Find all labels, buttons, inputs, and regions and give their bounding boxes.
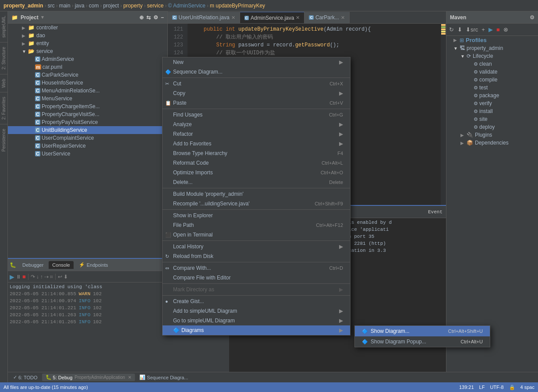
cm-compare-editor[interactable]: Compare File with Editor — [163, 273, 350, 283]
cursor-position[interactable]: 139:21 — [459, 385, 474, 390]
cm-show-explorer[interactable]: Show in Explorer — [163, 211, 350, 220]
cm-goto-uml[interactable]: Go to simpleUML Diagram ▶ — [163, 316, 350, 325]
run-cursor-btn[interactable]: ⇢ — [44, 274, 49, 280]
maven-download-sources-btn[interactable]: ⬇src — [465, 25, 479, 34]
tree-item-propertychargeitem[interactable]: C PropertyChargeItemSe... — [8, 102, 167, 110]
maven-lifecycle[interactable]: ▼ ⟳ Lifecycle — [446, 52, 538, 60]
tree-item-usercomplaint[interactable]: C UserComplaintService — [8, 134, 167, 142]
cm-copy[interactable]: Copy ▶ — [163, 88, 350, 98]
maven-lifecycle-clean[interactable]: ⚙ clean — [446, 60, 538, 68]
minimize-icon[interactable]: − — [161, 14, 164, 21]
tree-item-service[interactable]: ▼ 📂 service — [8, 47, 167, 55]
encoding[interactable]: UTF-8 — [490, 385, 503, 390]
cm-optimize-imports[interactable]: Optimize Imports Ctrl+Alt+O — [163, 168, 350, 177]
cm-delete[interactable]: Delete... Delete — [163, 177, 350, 187]
cm-cut[interactable]: ✂ Cut Ctrl+X — [163, 79, 350, 88]
tree-item-dao[interactable]: ▶ 📁 dao — [8, 32, 167, 39]
breadcrumb-item[interactable]: project — [103, 3, 119, 9]
cm-compare-with[interactable]: ⇔ Compare With... Ctrl+D — [163, 263, 350, 273]
cm-file-path[interactable]: File Path Ctrl+Alt+F12 — [163, 220, 350, 230]
tab-web[interactable]: Web — [0, 76, 7, 90]
breadcrumb-class[interactable]: © AdminService — [168, 3, 205, 9]
cm-open-terminal[interactable]: ⬛ Open in Terminal — [163, 230, 350, 240]
step-out-btn[interactable]: ↑ — [40, 274, 43, 280]
maven-profiles[interactable]: ▶ ⊞ Profiles — [446, 36, 538, 44]
cm-browse-hierarchy[interactable]: Browse Type Hierarchy F4 — [163, 148, 350, 158]
close-tab-adminservice[interactable]: ✕ — [296, 15, 300, 21]
tab-adminservice[interactable]: C AdminService.java ✕ — [240, 12, 305, 23]
maven-lifecycle-verify[interactable]: ⚙ verify — [446, 99, 538, 107]
maven-project-root[interactable]: ▼ 🏗 property_admin — [446, 44, 538, 52]
scroll-left-icon[interactable]: ⇆ — [146, 14, 151, 21]
cm-diagrams[interactable]: 🔷 Diagrams ▶ 🔷 Show Diagram... Ctrl+Alt+… — [163, 325, 350, 335]
cm-build-module[interactable]: Build Module 'property_admin' — [163, 189, 350, 199]
close-tab-carpark[interactable]: ✕ — [341, 15, 345, 21]
cm-paste[interactable]: 📋 Paste Ctrl+V — [163, 98, 350, 108]
tree-item-entity[interactable]: ▶ 📁 entity — [8, 39, 167, 47]
tree-item-menuservice[interactable]: C MenuService — [8, 95, 167, 102]
maven-refresh-btn[interactable]: ↻ — [448, 25, 455, 34]
maven-lifecycle-validate[interactable]: ⚙ validate — [446, 68, 538, 76]
maven-lifecycle-install[interactable]: ⚙ install — [446, 107, 538, 115]
tree-item-adminservice[interactable]: C AdminService — [8, 55, 167, 63]
locate-icon[interactable]: ⊕ — [139, 14, 144, 21]
debug-tab-console[interactable]: Console — [49, 261, 73, 269]
submenu-show-diagram[interactable]: 🔷 Show Diagram... Ctrl+Alt+Shift+U — [355, 326, 490, 336]
pause-btn[interactable]: ⏸ — [16, 274, 21, 280]
scroll-end-btn[interactable]: ⬇ — [64, 274, 68, 280]
maven-download-btn[interactable]: ⬇ — [457, 25, 463, 34]
tab-carpark[interactable]: C CarPark... ✕ — [304, 12, 350, 23]
cm-add-favorites[interactable]: Add to Favorites ▶ — [163, 139, 350, 148]
line-separator[interactable]: LF — [479, 385, 485, 390]
evaluate-btn[interactable]: ⌗ — [50, 274, 53, 280]
maven-dependencies[interactable]: ▶ 📦 Dependencies — [446, 139, 538, 147]
maven-settings-icon[interactable]: ⚙ — [530, 14, 534, 21]
cm-sequence-diagram[interactable]: 🔷 Sequence Diagram... — [163, 67, 350, 77]
maven-plugins[interactable]: ▶ 🔌 Plugins — [446, 131, 538, 139]
tree-item-userservice[interactable]: C UserService — [8, 150, 167, 158]
indent-settings[interactable]: 4 spac — [520, 385, 534, 390]
tree-item-houseinfoservice[interactable]: C HouseInfoService — [8, 79, 167, 87]
tree-item-unitbuilding[interactable]: C UnitBuildingService — [8, 126, 167, 134]
tab-structure[interactable]: 2: Structure — [0, 44, 7, 72]
breadcrumb-item[interactable]: java — [75, 3, 85, 9]
cm-find-usages[interactable]: Find Usages Ctrl+G — [163, 110, 350, 120]
maven-lifecycle-package[interactable]: ⚙ package — [446, 92, 538, 99]
maven-run-btn[interactable]: ▶ — [488, 25, 494, 34]
tree-item-propertychargevisit[interactable]: C PropertyChargeVisitSe... — [8, 110, 167, 118]
cm-reformat[interactable]: Reformat Code Ctrl+Alt+L — [163, 158, 350, 168]
tree-item-carparkservice[interactable]: C CarParkService — [8, 71, 167, 79]
breadcrumb-item[interactable]: property_admin — [4, 3, 43, 9]
breadcrumb-item[interactable]: main — [59, 3, 71, 9]
stop-btn[interactable]: ■ — [22, 273, 26, 280]
maven-stop-btn[interactable]: ■ — [496, 25, 501, 34]
maven-lifecycle-site[interactable]: ⚙ site — [446, 115, 538, 123]
tab-favorites[interactable]: 2: Favorites — [0, 94, 7, 122]
cm-add-uml[interactable]: Add to simpleUML Diagram ▶ — [163, 306, 350, 316]
maven-lifecycle-test[interactable]: ⚙ test — [446, 84, 538, 92]
cm-new[interactable]: New ▶ — [163, 57, 350, 67]
tree-item-propertypayvisit[interactable]: C PropertyPayVisitService — [8, 118, 167, 126]
cm-local-history[interactable]: Local History ▶ — [163, 242, 350, 251]
breadcrumb-item[interactable]: property — [123, 3, 142, 9]
tree-item-menuadminrelation[interactable]: C MenuAdminRelationSe... — [8, 87, 167, 95]
cm-reload-disk[interactable]: ↻ Reload from Disk — [163, 251, 350, 261]
cm-recompile[interactable]: Recompile '...uildingService.java' Ctrl+… — [163, 199, 350, 208]
maven-lifecycle-compile[interactable]: ⚙ compile — [446, 76, 538, 84]
close-tab-userunitrelation[interactable]: ✕ — [231, 15, 235, 21]
tree-item-carpuml[interactable]: m car.puml — [8, 63, 167, 71]
btab-todo[interactable]: ✓ 6: TODO — [10, 374, 41, 381]
tree-item-controller[interactable]: ▶ 📁 controller — [8, 24, 167, 32]
maven-lifecycle-deploy[interactable]: ⚙ deploy — [446, 123, 538, 131]
breadcrumb-item[interactable]: service — [147, 3, 163, 9]
tab-simpleuml[interactable]: simpleUML — [0, 13, 7, 40]
btab-debug[interactable]: 🐛 5: Debug PropertyAdminApplication ✕ — [42, 374, 135, 381]
debug-tab-debugger[interactable]: Debugger — [19, 261, 47, 269]
close-debug-tab[interactable]: ✕ — [128, 375, 131, 380]
breadcrumb-item[interactable]: com — [89, 3, 99, 9]
cm-refactor[interactable]: Refactor ▶ — [163, 129, 350, 139]
tab-userunitrelation[interactable]: C UserUnitRelation.java ✕ — [168, 12, 240, 23]
cm-create-gist[interactable]: ● Create Gist... — [163, 297, 350, 306]
tree-item-userrepair[interactable]: C UserRepairService — [8, 142, 167, 150]
tab-persistence[interactable]: Persistence — [0, 126, 7, 154]
